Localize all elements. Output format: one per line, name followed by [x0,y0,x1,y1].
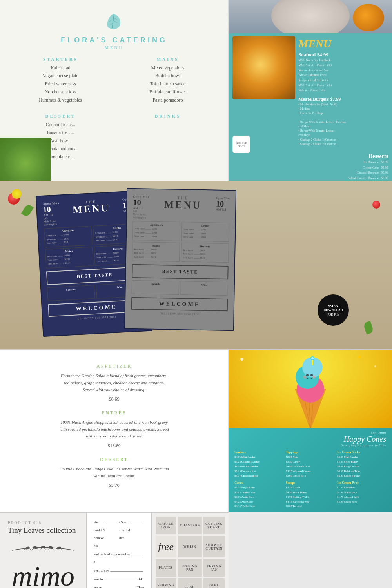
burgers-items: • Middle Steak Pie (Steak Pie &) • Muffi… [298,102,388,147]
dark-menu-overlay: Open Mon 10 AM Till 145Main StreetWashin… [0,181,392,350]
google-docs-badge: GOOGLEDOCS [232,136,250,153]
mains-items: Mixed vegetables Buddha bowl Tofu in mis… [115,64,221,104]
gift-cutting-board: CUTTINGBOARD [203,517,225,534]
gift-whisk: WHISK [178,536,202,557]
svg-point-23 [56,546,61,550]
gift-cash: CASH [178,578,202,588]
floras-title: FLORA'S CATERING [8,36,220,44]
appetizer-price: $8.69 [12,396,216,402]
svg-point-19 [25,546,30,550]
collection-title: Tiny Leaves collection [8,526,78,535]
seafood-menu-card: MENU Seafood $4.99 MSC North Sea Haddock… [229,0,392,181]
happy-cones-card: Est. 2000 Happy Cones Scooping Happiness… [229,350,392,512]
svg-point-15 [312,376,316,379]
instant-download-badge: INSTANT DOWNLOAD PSD File [318,294,349,326]
floras-subtitle: MENU [8,45,220,50]
burgers-title: Meat&Burgers $7.99 [298,96,388,102]
desserts-items: Ice Brownie | $3.99 Cheese Cake | $4.99 … [348,160,388,181]
svg-point-13 [310,374,313,376]
seafood-section-title: Seafood $4.99 [298,52,388,58]
happy-cones-subtitle: Scooping Happiness to Life [234,444,386,447]
svg-point-14 [303,376,307,379]
gift-card: GIFT CARD [203,578,225,588]
gift-free: free [156,536,176,557]
seafood-items: MSC North Sea Haddock MSC Skin On Plaice… [298,58,388,93]
gift-shower-curtain: SHOWERCURTAIN [203,536,225,557]
happy-cones-title: Happy Cones [234,435,386,444]
bottom-center-cards: He couldn't believe his/ She smelled lik… [87,513,152,588]
elegant-menu-card: APPETIZER Farmhouse Garden Salad a blend… [0,350,229,512]
svg-point-20 [33,546,38,549]
dessert-title: DESSERT [12,457,216,463]
gift-waffle-iron: WAFFLEIRON [156,517,176,534]
story-paper: He couldn't believe his/ She smelled lik… [87,513,151,588]
dessert-label: DESSERT [8,114,113,118]
dark-menu-card-2: Open Mon 10 AM Till 145Main StreetWashin… [124,188,236,331]
appetizer-desc: Farmhouse Garden Salad a blend of fresh … [59,372,169,393]
svg-point-21 [41,546,45,549]
entree-desc: 100% black Angus chopped steak covered i… [59,419,169,440]
dessert-desc: Double Chocolate Fudge Cake. It's served… [59,466,169,479]
svg-point-22 [48,546,53,550]
gift-serving-dish: SERVINGDISH [156,578,176,588]
mains-label: MAINS [115,57,221,62]
svg-rect-16 [312,359,313,365]
gift-frying-pan: FRYINGPAN [203,559,225,577]
entree-price: $18.69 [12,443,216,449]
appetizer-title: APPETIZER [12,363,216,369]
starters-items: Kale salad Vegan cheese plate Fried wate… [8,64,113,104]
gift-coasters: COASTERS [178,517,202,534]
gift-baking-pan: BAKINGPAN [178,559,202,577]
desserts-title: Desserts [348,153,388,160]
floras-catering-card: FLORA'S CATERING MENU STARTERS Kale sala… [0,0,229,181]
svg-point-12 [306,374,309,376]
starters-label: STARTERS [8,57,113,62]
dessert-price: $5.70 [12,483,216,488]
drinks-label: DRINKS [115,114,221,118]
gift-plates: PLATES [156,559,176,577]
menu-big-title: MENU [298,38,388,49]
svg-point-18 [311,357,314,359]
floras-leaf-icon [8,12,220,33]
tiny-leaves-card: PRODUCT 018 Tiny Leaves collection [0,513,87,588]
salad-image [0,138,51,181]
product-label: PRODUCT 018 [8,521,78,525]
mimo-text: mimo [8,564,78,588]
entree-title: ENTRÉE [12,410,216,416]
gift-registry-card: WAFFLEIRON COASTERS CUTTINGBOARD free WH… [152,513,229,588]
